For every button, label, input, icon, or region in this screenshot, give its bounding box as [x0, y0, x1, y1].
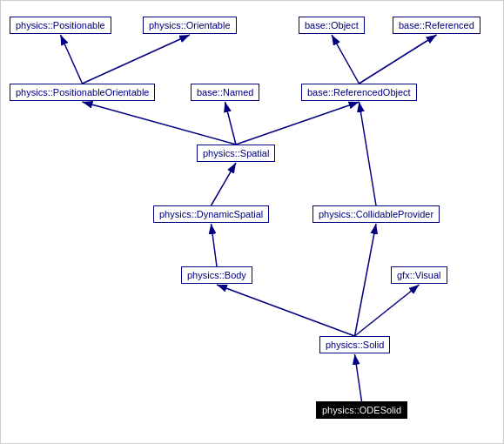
- node-physODESolid: physics::ODESolid: [316, 401, 407, 419]
- svg-line-9: [360, 102, 377, 205]
- svg-line-14: [355, 354, 362, 401]
- svg-line-6: [332, 35, 360, 84]
- node-orientable: physics::Orientable: [143, 17, 237, 34]
- svg-line-13: [355, 285, 420, 336]
- node-physBody: physics::Body: [181, 266, 252, 284]
- node-physSpatial: physics::Spatial: [197, 145, 275, 162]
- diagram-container: physics::Positionablephysics::Orientable…: [0, 0, 504, 444]
- node-positionableOrientable: physics::PositionableOrientable: [10, 84, 155, 101]
- node-positionable: physics::Positionable: [10, 17, 111, 34]
- node-physCollidableProvider: physics::CollidableProvider: [312, 205, 440, 223]
- node-baseReferencedObject: base::ReferencedObject: [301, 84, 417, 101]
- svg-line-7: [360, 35, 437, 84]
- svg-line-11: [217, 285, 355, 336]
- svg-line-3: [83, 102, 237, 145]
- node-physSolid: physics::Solid: [319, 336, 390, 353]
- svg-line-2: [83, 35, 191, 84]
- node-baseReferenced: base::Referenced: [393, 17, 480, 34]
- svg-line-10: [212, 224, 218, 266]
- svg-line-5: [236, 102, 360, 145]
- svg-line-4: [225, 102, 237, 145]
- svg-line-12: [355, 224, 377, 336]
- node-physDynamicSpatial: physics::DynamicSpatial: [153, 205, 269, 223]
- node-gfxVisual: gfx::Visual: [391, 266, 447, 284]
- svg-line-8: [212, 163, 237, 205]
- svg-line-1: [61, 35, 83, 84]
- node-baseNamed: base::Named: [191, 84, 259, 101]
- node-baseObject: base::Object: [299, 17, 365, 34]
